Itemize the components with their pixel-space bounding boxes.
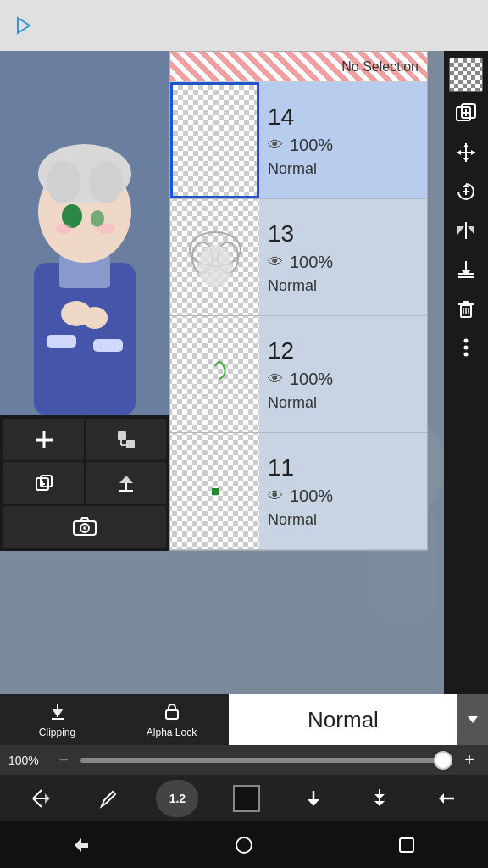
character-preview — [0, 51, 169, 415]
layer-11-thumbnail — [170, 433, 259, 549]
svg-marker-86 — [75, 838, 88, 852]
layer-12-opacity: 100% — [290, 370, 333, 389]
layer-12-blend: Normal — [268, 394, 419, 412]
recent-nav-button[interactable] — [385, 828, 428, 862]
svg-marker-72 — [468, 716, 478, 723]
opacity-minus-button[interactable]: − — [53, 750, 74, 770]
layer-14-blend: Normal — [268, 160, 419, 178]
svg-point-87 — [236, 837, 252, 853]
color-picker[interactable] — [228, 780, 265, 817]
layer-13-eye[interactable]: 👁 — [268, 253, 283, 271]
layer-11[interactable]: 11 👁 100% Normal — [170, 433, 427, 550]
rotate-button[interactable] — [449, 175, 483, 209]
opacity-slider-track[interactable] — [80, 758, 452, 763]
svg-point-13 — [97, 224, 114, 234]
layer-14-info: 14 👁 100% Normal — [259, 82, 427, 198]
back-nav-button[interactable] — [60, 828, 103, 862]
camera-button[interactable] — [3, 506, 166, 548]
alphalock-button[interactable]: Alpha Lock — [114, 694, 229, 745]
svg-marker-69 — [52, 709, 64, 717]
down-arrow-button[interactable] — [295, 780, 332, 817]
svg-marker-38 — [468, 226, 474, 235]
add-layer-button[interactable] — [3, 419, 84, 460]
layer-11-info: 11 👁 100% Normal — [259, 433, 427, 549]
transform-button[interactable] — [449, 136, 483, 170]
svg-marker-30 — [463, 158, 469, 162]
alphalock-icon — [163, 702, 181, 725]
layer-panel: No Selection 14 👁 100% Normal — [169, 51, 428, 551]
layer-14-thumbnail — [170, 82, 259, 198]
svg-point-51 — [464, 353, 469, 357]
svg-rect-55 — [126, 440, 135, 448]
active-color — [233, 785, 260, 812]
clipping-label: Clipping — [39, 726, 75, 738]
opacity-label: 100% — [8, 754, 47, 767]
layer-13[interactable]: 13 👁 100% Normal — [170, 199, 427, 316]
layer-11-blend: Normal — [268, 511, 419, 529]
blend-mode-display[interactable]: Normal — [229, 694, 458, 745]
pen-tool[interactable] — [90, 780, 127, 817]
layer-14-eye[interactable]: 👁 — [268, 136, 283, 154]
alphalock-label: Alpha Lock — [147, 726, 197, 738]
layer-12[interactable]: 12 👁 100% Normal — [170, 316, 427, 433]
blend-mode-text: Normal — [308, 707, 379, 733]
svg-point-9 — [89, 161, 123, 203]
opacity-slider-thumb[interactable] — [434, 751, 452, 770]
flatten-down-button[interactable] — [86, 462, 166, 504]
home-nav-button[interactable] — [223, 828, 265, 862]
import-button[interactable] — [449, 97, 483, 131]
layer-12-info: 12 👁 100% Normal — [259, 316, 427, 432]
svg-rect-22 — [212, 488, 219, 495]
duplicate-button[interactable] — [3, 462, 84, 504]
layer-12-eye[interactable]: 👁 — [268, 370, 283, 388]
status-bar — [0, 0, 488, 51]
no-selection-header[interactable]: No Selection — [170, 52, 427, 82]
layer-12-thumbnail — [170, 316, 259, 432]
layer-13-number: 13 — [268, 220, 419, 248]
transparency-button[interactable] — [449, 58, 483, 92]
svg-marker-76 — [45, 793, 50, 804]
bottom-toolbar: Clipping Alpha Lock Normal — [0, 694, 488, 745]
canvas-area[interactable]: No Selection 14 👁 100% Normal — [0, 51, 488, 695]
layers-bottom-toolbar — [0, 415, 169, 551]
svg-marker-29 — [463, 143, 469, 147]
delete-button[interactable] — [449, 292, 483, 326]
svg-point-8 — [47, 161, 80, 203]
layer-11-vis-row: 👁 100% — [268, 487, 419, 506]
layer-12-number: 12 — [268, 337, 419, 364]
layer-14[interactable]: 14 👁 100% Normal — [170, 82, 427, 199]
flatten-button[interactable] — [449, 253, 483, 287]
svg-rect-88 — [400, 838, 413, 852]
svg-line-73 — [33, 790, 42, 798]
opacity-slider-fill — [80, 758, 452, 763]
brush-size-indicator[interactable]: 1.2 — [156, 780, 198, 817]
android-nav-bar — [0, 821, 488, 868]
more-button[interactable] — [449, 331, 483, 364]
blend-chevron-button[interactable] — [458, 694, 488, 745]
clipping-button[interactable]: Clipping — [0, 694, 114, 745]
svg-marker-32 — [471, 150, 475, 155]
svg-rect-54 — [118, 431, 126, 440]
clipping-icon — [48, 702, 67, 725]
layer-13-thumbnail — [170, 199, 259, 315]
merge-button[interactable] — [86, 419, 166, 460]
svg-marker-79 — [308, 799, 319, 806]
svg-line-74 — [33, 798, 42, 807]
flip-button[interactable] — [449, 214, 483, 248]
brush-size-value: 1.2 — [169, 792, 186, 805]
svg-marker-85 — [439, 793, 444, 804]
opacity-plus-button[interactable]: + — [459, 750, 480, 770]
layer-11-eye[interactable]: 👁 — [268, 487, 283, 505]
layer-11-opacity: 100% — [290, 487, 333, 506]
layer-11-number: 11 — [268, 454, 419, 481]
layer-13-opacity: 100% — [290, 253, 333, 272]
back-arrow-button[interactable] — [428, 780, 465, 817]
svg-marker-0 — [18, 18, 30, 33]
double-down-arrow-button[interactable] — [361, 780, 398, 817]
layer-14-number: 14 — [268, 103, 419, 131]
layer-12-vis-row: 👁 100% — [268, 370, 419, 389]
move-tool[interactable] — [23, 780, 60, 817]
svg-point-49 — [464, 339, 469, 343]
svg-marker-37 — [458, 226, 464, 235]
layer-14-opacity: 100% — [290, 136, 333, 155]
